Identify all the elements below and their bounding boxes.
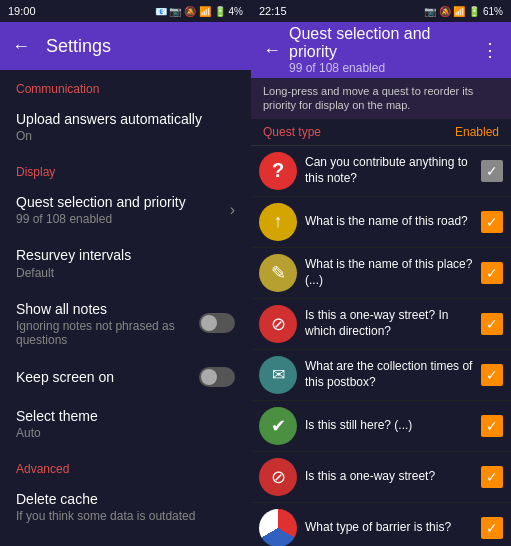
- quest-text: Can you contribute anything to this note…: [305, 155, 473, 186]
- quest-checkbox[interactable]: ✓: [481, 313, 503, 335]
- quest-icon: ✎: [259, 254, 297, 292]
- quest-text: What are the collection times of this po…: [305, 359, 473, 390]
- left-status-icons: 📧 📷 🔕 📶 🔋 4%: [155, 6, 243, 17]
- quest-item[interactable]: ✉ What are the collection times of this …: [251, 350, 511, 401]
- right-status-icons: 📷 🔕 📶 🔋 61%: [424, 6, 503, 17]
- quest-checkbox[interactable]: ✓: [481, 517, 503, 539]
- quest-type-header: Quest type: [263, 125, 321, 139]
- quest-icon: ?: [259, 152, 297, 190]
- select-theme-title: Select theme: [16, 407, 235, 425]
- chevron-right-icon: ›: [230, 201, 235, 219]
- quest-icon: ✔: [259, 407, 297, 445]
- left-time: 19:00: [8, 5, 36, 17]
- quest-item[interactable]: ✔ Is this still here? (...) ✓: [251, 401, 511, 452]
- select-theme-subtitle: Auto: [16, 426, 235, 440]
- quest-text: Is this a one-way street?: [305, 469, 473, 485]
- instruction-text: Long-press and move a quest to reorder i…: [251, 78, 511, 119]
- quest-icon: ✉: [259, 356, 297, 394]
- right-header: ← Quest selection and priority 99 of 108…: [251, 22, 511, 78]
- left-status-bar: 19:00 📧 📷 🔕 📶 🔋 4%: [0, 0, 251, 22]
- quest-selection-subtitle: 99 of 108 enabled: [16, 212, 230, 226]
- delete-cache-subtitle: If you think some data is outdated: [16, 509, 235, 523]
- show-notes-title: Show all notes: [16, 300, 199, 318]
- setting-quest-selection[interactable]: Quest selection and priority 99 of 108 e…: [0, 183, 251, 236]
- right-time: 22:15: [259, 5, 287, 17]
- quest-text: What type of barrier is this?: [305, 520, 473, 536]
- quest-checkbox[interactable]: ✓: [481, 262, 503, 284]
- quest-icon: ⊘: [259, 509, 297, 546]
- setting-show-notes[interactable]: Show all notes Ignoring notes not phrase…: [0, 290, 251, 357]
- quest-icon: ⊘: [259, 458, 297, 496]
- setting-resurvey[interactable]: Resurvey intervals Default: [0, 236, 251, 289]
- resurvey-subtitle: Default: [16, 266, 235, 280]
- quest-item[interactable]: ⊘ Is this a one-way street? ✓: [251, 452, 511, 503]
- setting-select-theme[interactable]: Select theme Auto: [0, 397, 251, 450]
- section-advanced: Advanced: [0, 450, 251, 480]
- setting-upload-subtitle: On: [16, 129, 235, 143]
- quest-text: What is the name of this place? (...): [305, 257, 473, 288]
- left-content: Communication Upload answers automatical…: [0, 70, 251, 546]
- resurvey-title: Resurvey intervals: [16, 246, 235, 264]
- right-header-title: Quest selection and priority: [289, 25, 469, 61]
- right-panel: 22:15 📷 🔕 📶 🔋 61% ← Quest selection and …: [251, 0, 511, 546]
- setting-keep-screen[interactable]: Keep screen on: [0, 357, 251, 397]
- table-header: Quest type Enabled: [251, 119, 511, 146]
- left-header: ← Settings: [0, 22, 251, 70]
- setting-delete-cache[interactable]: Delete cache If you think some data is o…: [0, 480, 251, 533]
- enabled-header: Enabled: [455, 125, 499, 139]
- quest-checkbox[interactable]: ✓: [481, 466, 503, 488]
- section-display: Display: [0, 153, 251, 183]
- quest-checkbox[interactable]: ✓: [481, 160, 503, 182]
- quest-text: Is this still here? (...): [305, 418, 473, 434]
- setting-upload-title: Upload answers automatically: [16, 110, 235, 128]
- right-header-subtitle: 99 of 108 enabled: [289, 61, 469, 75]
- quest-checkbox[interactable]: ✓: [481, 364, 503, 386]
- back-arrow-icon[interactable]: ←: [12, 36, 30, 57]
- keep-screen-toggle[interactable]: [199, 367, 235, 387]
- quest-item[interactable]: ↑ What is the name of this road? ✓: [251, 197, 511, 248]
- left-panel: 19:00 📧 📷 🔕 📶 🔋 4% ← Settings Communicat…: [0, 0, 251, 546]
- quest-item[interactable]: ✎ What is the name of this place? (...) …: [251, 248, 511, 299]
- section-communication: Communication: [0, 70, 251, 100]
- keep-screen-title: Keep screen on: [16, 368, 199, 386]
- quest-item[interactable]: ⊘ What type of barrier is this? ✓: [251, 503, 511, 546]
- delete-cache-title: Delete cache: [16, 490, 235, 508]
- setting-upload-answers[interactable]: Upload answers automatically On: [0, 100, 251, 153]
- show-notes-subtitle: Ignoring notes not phrased as questions: [16, 319, 199, 347]
- quest-item[interactable]: ⊘ Is this a one-way street? In which dir…: [251, 299, 511, 350]
- quest-list: ? Can you contribute anything to this no…: [251, 146, 511, 546]
- quest-item[interactable]: ? Can you contribute anything to this no…: [251, 146, 511, 197]
- right-status-bar: 22:15 📷 🔕 📶 🔋 61%: [251, 0, 511, 22]
- quest-text: What is the name of this road?: [305, 214, 473, 230]
- more-options-icon[interactable]: ⋮: [477, 35, 503, 65]
- show-notes-toggle[interactable]: [199, 313, 235, 333]
- quest-text: Is this a one-way street? In which direc…: [305, 308, 473, 339]
- quest-icon: ↑: [259, 203, 297, 241]
- quest-icon: ⊘: [259, 305, 297, 343]
- quest-checkbox[interactable]: ✓: [481, 211, 503, 233]
- quest-checkbox[interactable]: ✓: [481, 415, 503, 437]
- right-back-arrow-icon[interactable]: ←: [263, 40, 281, 61]
- setting-restore-quests[interactable]: Restore hidden quests: [0, 533, 251, 546]
- quest-selection-title: Quest selection and priority: [16, 193, 230, 211]
- page-title: Settings: [46, 36, 111, 57]
